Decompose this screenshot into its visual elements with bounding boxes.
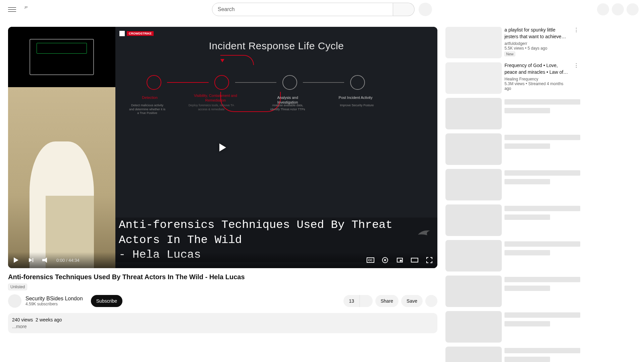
header-center: Search	[201, 3, 443, 16]
new-badge: New	[504, 52, 515, 56]
rec-thumbnail[interactable]	[445, 27, 502, 58]
description-meta: 240 views 2 weeks ago	[12, 317, 433, 322]
recommendation-skeleton	[445, 347, 580, 362]
unlisted-badge: Unlisted	[8, 284, 27, 290]
large-play-button-icon[interactable]	[219, 143, 226, 152]
fullscreen-button[interactable]	[425, 256, 433, 264]
video-player[interactable]: CROWDSTRIKE Incident Response Life Cycle	[8, 27, 437, 268]
subscribe-button[interactable]: Subscribe	[91, 295, 122, 307]
speaker-camera-feed	[8, 27, 115, 268]
recommendation-skeleton	[445, 169, 580, 200]
settings-button[interactable]	[381, 256, 389, 264]
channel-block: Security BSides London 4.59K subscribers…	[8, 294, 122, 308]
recommendation-skeleton	[445, 98, 580, 129]
notifications-button[interactable]	[612, 3, 624, 15]
secondary-column: a playlist for spunky little jesters tha…	[445, 19, 580, 362]
country-code: JP	[24, 6, 28, 9]
recommendation-item[interactable]: a playlist for spunky little jesters tha…	[445, 27, 580, 58]
header-left: JP	[5, 3, 72, 16]
share-button[interactable]: Share	[375, 295, 398, 307]
search-input[interactable]: Search	[212, 3, 393, 16]
rec-stats: 5.3M views • Streamed 4 months ago	[504, 81, 570, 91]
like-dislike-pill: 13	[343, 295, 373, 307]
visibility-row: Unlisted	[8, 284, 437, 290]
recommendation-skeleton	[445, 133, 580, 165]
dislike-button[interactable]	[362, 295, 373, 307]
header-right	[572, 3, 639, 15]
like-count: 13	[349, 298, 354, 304]
rec-channel[interactable]: Healing Frequency	[504, 77, 570, 81]
presentation-slide: CROWDSTRIKE Incident Response Life Cycle	[115, 27, 437, 268]
lifecycle-diagram: Detection Visibility, Containment and Re…	[129, 68, 424, 142]
description-box[interactable]: 240 views 2 weeks ago ...more	[8, 313, 437, 333]
video-title: Anti-forensics Techniques Used By Threat…	[8, 272, 437, 282]
action-buttons: 13 Share Save	[343, 295, 437, 307]
node-label-post: Post Incident Activity	[335, 95, 376, 100]
volume-button[interactable]	[42, 256, 50, 264]
primary-column: CROWDSTRIKE Incident Response Life Cycle	[8, 19, 437, 362]
search-placeholder: Search	[218, 6, 235, 12]
slide-heading: Incident Response Life Cycle	[129, 40, 424, 52]
rec-thumbnail[interactable]	[445, 62, 502, 94]
channel-name[interactable]: Security BSides London	[25, 296, 83, 302]
node-desc-containment: Deploy forensics tools, remove TA access…	[188, 104, 235, 111]
recommendation-skeleton	[445, 204, 580, 236]
show-more[interactable]: ...more	[12, 324, 433, 329]
search-button[interactable]	[393, 3, 415, 16]
rec-stats: 5.5K views • 5 days ago	[504, 46, 570, 51]
time-display: 0:00 / 44:34	[56, 258, 79, 263]
captions-button[interactable]: CC	[366, 256, 374, 264]
channel-avatar[interactable]	[8, 294, 21, 308]
node-label-detection: Detection	[135, 95, 165, 100]
node-desc-detection: Detect malicious activity and determine …	[129, 104, 166, 115]
theater-mode-button[interactable]	[411, 256, 419, 264]
player-controls: 0:00 / 44:34 CC	[8, 252, 437, 268]
save-button[interactable]: Save	[401, 295, 423, 307]
recommendation-skeleton	[445, 311, 580, 343]
crowdstrike-badge: CROWDSTRIKE	[127, 31, 154, 36]
video-meta-row: Security BSides London 4.59K subscribers…	[8, 294, 437, 308]
logo[interactable]: JP	[24, 8, 28, 11]
recommendation-skeleton	[445, 240, 580, 272]
rec-title[interactable]: a playlist for spunky little jesters tha…	[504, 27, 570, 40]
account-avatar[interactable]	[627, 3, 639, 15]
miniplayer-button[interactable]	[396, 256, 404, 264]
rec-menu-button[interactable]: ⋮	[572, 27, 580, 33]
rec-channel[interactable]: artfuldodgerr	[504, 41, 570, 46]
node-desc-analysis: Analyse available data, identify Threat …	[268, 104, 308, 111]
masthead: JP Search	[0, 0, 644, 19]
badge-icon	[119, 31, 125, 36]
rec-title[interactable]: Frequency of God • Love, peace and mirac…	[504, 62, 570, 75]
voice-search-button[interactable]	[419, 3, 432, 16]
like-button[interactable]: 13	[343, 295, 360, 307]
recommendation-item[interactable]: Frequency of God • Love, peace and mirac…	[445, 62, 580, 94]
node-desc-post: Improve Security Posture	[338, 104, 375, 108]
node-label-containment: Visibility, Containment and Remediation	[194, 93, 237, 103]
play-button[interactable]	[12, 256, 20, 264]
more-actions-button[interactable]	[425, 295, 437, 307]
subscriber-count: 4.59K subscribers	[25, 302, 83, 306]
next-button[interactable]	[27, 256, 35, 264]
recommendation-skeleton	[445, 276, 580, 307]
guide-menu-button[interactable]	[5, 3, 19, 16]
create-button[interactable]	[597, 3, 609, 15]
rec-menu-button[interactable]: ⋮	[572, 62, 580, 69]
